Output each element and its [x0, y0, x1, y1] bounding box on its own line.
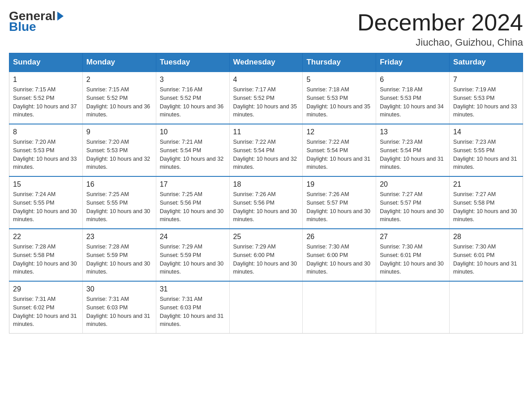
- day-info: Sunrise: 7:27 AMSunset: 5:57 PMDaylight:…: [380, 191, 443, 223]
- day-info: Sunrise: 7:18 AMSunset: 5:53 PMDaylight:…: [306, 86, 370, 118]
- day-number: 31: [160, 285, 226, 293]
- logo: General Blue: [9, 9, 64, 34]
- day-number: 13: [380, 128, 446, 136]
- day-info: Sunrise: 7:24 AMSunset: 5:55 PMDaylight:…: [13, 191, 77, 223]
- calendar-week-row: 15 Sunrise: 7:24 AMSunset: 5:55 PMDaylig…: [9, 176, 523, 229]
- day-number: 18: [233, 180, 299, 188]
- day-number: 9: [86, 128, 152, 136]
- day-info: Sunrise: 7:16 AMSunset: 5:52 PMDaylight:…: [160, 86, 223, 118]
- calendar-cell: 27 Sunrise: 7:30 AMSunset: 6:01 PMDaylig…: [376, 229, 450, 281]
- day-info: Sunrise: 7:22 AMSunset: 5:54 PMDaylight:…: [306, 139, 370, 170]
- calendar-cell: 9 Sunrise: 7:20 AMSunset: 5:53 PMDayligh…: [82, 124, 156, 176]
- calendar-cell: 18 Sunrise: 7:26 AMSunset: 5:56 PMDaylig…: [229, 176, 303, 229]
- logo-blue-text: Blue: [9, 20, 36, 34]
- day-info: Sunrise: 7:26 AMSunset: 5:56 PMDaylight:…: [233, 191, 297, 223]
- calendar-cell: 30 Sunrise: 7:31 AMSunset: 6:03 PMDaylig…: [82, 281, 156, 334]
- day-number: 7: [453, 76, 519, 84]
- day-info: Sunrise: 7:31 AMSunset: 6:03 PMDaylight:…: [160, 296, 223, 327]
- calendar-cell: 24 Sunrise: 7:29 AMSunset: 5:59 PMDaylig…: [156, 229, 229, 281]
- location-subtitle: Jiuchao, Guizhou, China: [357, 37, 523, 48]
- calendar-cell: 1 Sunrise: 7:15 AMSunset: 5:52 PMDayligh…: [9, 72, 83, 124]
- page-header: General Blue December 2024 Jiuchao, Guiz…: [9, 9, 523, 48]
- calendar-cell: 6 Sunrise: 7:18 AMSunset: 5:53 PMDayligh…: [376, 72, 450, 124]
- calendar-cell: [303, 281, 376, 334]
- calendar-cell: 5 Sunrise: 7:18 AMSunset: 5:53 PMDayligh…: [303, 72, 376, 124]
- calendar-week-row: 8 Sunrise: 7:20 AMSunset: 5:53 PMDayligh…: [9, 124, 523, 176]
- day-info: Sunrise: 7:15 AMSunset: 5:52 PMDaylight:…: [86, 86, 150, 118]
- day-number: 23: [86, 233, 152, 241]
- day-info: Sunrise: 7:30 AMSunset: 6:00 PMDaylight:…: [306, 244, 370, 275]
- day-info: Sunrise: 7:19 AMSunset: 5:53 PMDaylight:…: [453, 86, 517, 118]
- day-info: Sunrise: 7:30 AMSunset: 6:01 PMDaylight:…: [380, 244, 443, 275]
- day-info: Sunrise: 7:21 AMSunset: 5:54 PMDaylight:…: [160, 139, 223, 170]
- day-number: 22: [13, 233, 79, 241]
- day-info: Sunrise: 7:31 AMSunset: 6:02 PMDaylight:…: [13, 296, 77, 327]
- calendar-week-row: 29 Sunrise: 7:31 AMSunset: 6:02 PMDaylig…: [9, 281, 523, 334]
- column-header-thursday: Thursday: [303, 53, 376, 72]
- day-number: 26: [306, 233, 372, 241]
- day-info: Sunrise: 7:23 AMSunset: 5:55 PMDaylight:…: [453, 139, 517, 170]
- day-info: Sunrise: 7:29 AMSunset: 5:59 PMDaylight:…: [160, 244, 223, 275]
- day-number: 3: [160, 76, 226, 84]
- day-number: 17: [160, 180, 226, 188]
- calendar-cell: 19 Sunrise: 7:26 AMSunset: 5:57 PMDaylig…: [303, 176, 376, 229]
- calendar-cell: 7 Sunrise: 7:19 AMSunset: 5:53 PMDayligh…: [450, 72, 523, 124]
- calendar-cell: 25 Sunrise: 7:29 AMSunset: 6:00 PMDaylig…: [229, 229, 303, 281]
- day-number: 29: [13, 285, 79, 293]
- day-number: 15: [13, 180, 79, 188]
- calendar-cell: 23 Sunrise: 7:28 AMSunset: 5:59 PMDaylig…: [82, 229, 156, 281]
- day-info: Sunrise: 7:31 AMSunset: 6:03 PMDaylight:…: [86, 296, 150, 327]
- column-header-friday: Friday: [376, 53, 450, 72]
- column-header-saturday: Saturday: [450, 53, 523, 72]
- day-info: Sunrise: 7:20 AMSunset: 5:53 PMDaylight:…: [86, 139, 150, 170]
- calendar-cell: 29 Sunrise: 7:31 AMSunset: 6:02 PMDaylig…: [9, 281, 83, 334]
- calendar-cell: 26 Sunrise: 7:30 AMSunset: 6:00 PMDaylig…: [303, 229, 376, 281]
- calendar-cell: 14 Sunrise: 7:23 AMSunset: 5:55 PMDaylig…: [450, 124, 523, 176]
- day-info: Sunrise: 7:29 AMSunset: 6:00 PMDaylight:…: [233, 244, 297, 275]
- day-number: 4: [233, 76, 299, 84]
- day-number: 24: [160, 233, 226, 241]
- calendar-cell: 22 Sunrise: 7:28 AMSunset: 5:58 PMDaylig…: [9, 229, 83, 281]
- calendar-cell: 31 Sunrise: 7:31 AMSunset: 6:03 PMDaylig…: [156, 281, 229, 334]
- column-header-monday: Monday: [82, 53, 156, 72]
- day-number: 11: [233, 128, 299, 136]
- day-number: 16: [86, 180, 152, 188]
- day-info: Sunrise: 7:30 AMSunset: 6:01 PMDaylight:…: [453, 244, 517, 275]
- day-number: 27: [380, 233, 446, 241]
- calendar-cell: 2 Sunrise: 7:15 AMSunset: 5:52 PMDayligh…: [82, 72, 156, 124]
- title-block: December 2024 Jiuchao, Guizhou, China: [357, 9, 523, 48]
- day-number: 5: [306, 76, 372, 84]
- day-number: 1: [13, 76, 79, 84]
- calendar-cell: 15 Sunrise: 7:24 AMSunset: 5:55 PMDaylig…: [9, 176, 83, 229]
- column-header-wednesday: Wednesday: [229, 53, 303, 72]
- month-year-title: December 2024: [357, 9, 523, 36]
- calendar-week-row: 1 Sunrise: 7:15 AMSunset: 5:52 PMDayligh…: [9, 72, 523, 124]
- calendar-cell: [229, 281, 303, 334]
- day-number: 21: [453, 180, 519, 188]
- day-info: Sunrise: 7:27 AMSunset: 5:58 PMDaylight:…: [453, 191, 517, 223]
- calendar-cell: 11 Sunrise: 7:22 AMSunset: 5:54 PMDaylig…: [229, 124, 303, 176]
- day-info: Sunrise: 7:23 AMSunset: 5:54 PMDaylight:…: [380, 139, 443, 170]
- day-number: 25: [233, 233, 299, 241]
- calendar-cell: 17 Sunrise: 7:25 AMSunset: 5:56 PMDaylig…: [156, 176, 229, 229]
- day-info: Sunrise: 7:22 AMSunset: 5:54 PMDaylight:…: [233, 139, 297, 170]
- day-info: Sunrise: 7:25 AMSunset: 5:55 PMDaylight:…: [86, 191, 150, 223]
- calendar-cell: 3 Sunrise: 7:16 AMSunset: 5:52 PMDayligh…: [156, 72, 229, 124]
- column-header-tuesday: Tuesday: [156, 53, 229, 72]
- calendar-cell: 21 Sunrise: 7:27 AMSunset: 5:58 PMDaylig…: [450, 176, 523, 229]
- calendar-cell: 13 Sunrise: 7:23 AMSunset: 5:54 PMDaylig…: [376, 124, 450, 176]
- calendar-week-row: 22 Sunrise: 7:28 AMSunset: 5:58 PMDaylig…: [9, 229, 523, 281]
- day-number: 10: [160, 128, 226, 136]
- day-number: 14: [453, 128, 519, 136]
- day-info: Sunrise: 7:25 AMSunset: 5:56 PMDaylight:…: [160, 191, 223, 223]
- day-number: 2: [86, 76, 152, 84]
- day-info: Sunrise: 7:26 AMSunset: 5:57 PMDaylight:…: [306, 191, 370, 223]
- day-number: 6: [380, 76, 446, 84]
- calendar-header-row: SundayMondayTuesdayWednesdayThursdayFrid…: [9, 53, 523, 72]
- calendar-cell: 28 Sunrise: 7:30 AMSunset: 6:01 PMDaylig…: [450, 229, 523, 281]
- day-info: Sunrise: 7:20 AMSunset: 5:53 PMDaylight:…: [13, 139, 77, 170]
- calendar-cell: 4 Sunrise: 7:17 AMSunset: 5:52 PMDayligh…: [229, 72, 303, 124]
- logo-arrow-icon: [57, 12, 64, 21]
- day-info: Sunrise: 7:28 AMSunset: 5:59 PMDaylight:…: [86, 244, 150, 275]
- calendar-table: SundayMondayTuesdayWednesdayThursdayFrid…: [9, 53, 523, 334]
